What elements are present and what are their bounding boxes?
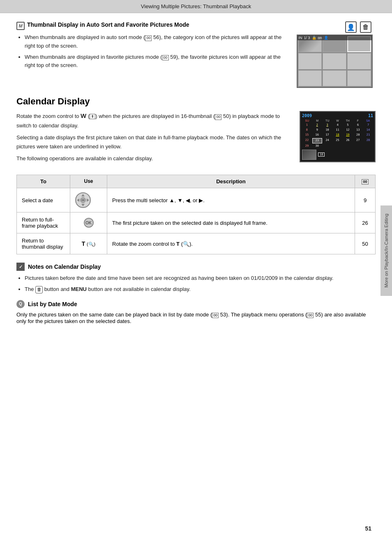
zoom-symbol: (🔍) <box>87 242 95 247</box>
cal-d23: 23 <box>312 138 322 143</box>
sidebar: More on Playback/In-Camera Editing <box>380 205 392 296</box>
thumb-bullet-list: When thumbnails are displayed in auto so… <box>16 33 285 70</box>
cal-d27: 27 <box>353 138 363 143</box>
arrow-down-icon <box>81 204 85 206</box>
table-header-desc: Description <box>107 175 355 188</box>
table-header-ref: 00 <box>355 175 376 188</box>
cal-year: 2009 <box>302 113 312 118</box>
cal-d1: 1 <box>302 123 312 127</box>
notes-bullet-2: The 🗑 button and MENU button are not ava… <box>25 285 376 294</box>
table-cell-to-1: Select a date <box>17 188 70 212</box>
ok-label: OK <box>81 199 85 201</box>
arrow-up-icon <box>81 194 85 196</box>
thumb-cell-5 <box>323 53 346 69</box>
list-date-title-text: List by Date Mode <box>28 301 77 307</box>
cal-d17: 17 <box>323 133 332 137</box>
main-content: M Thumbnail Display in Auto Sort and Fav… <box>0 13 392 332</box>
ok-center-icon: OK <box>80 197 86 203</box>
screen-header: IN 1/ 3 🔒 on 👤 <box>297 35 372 40</box>
table-header-use: Use <box>70 175 107 188</box>
table-cell-desc-3: Rotate the zoom control to T (🔍). <box>107 233 355 254</box>
thumb-cell-7 <box>298 70 322 86</box>
header-bar: Viewing Multiple Pictures: Thumbnail Pla… <box>0 0 392 13</box>
notes-bullet-1: Pictures taken before the date and time … <box>25 274 376 283</box>
screen-on-text: on <box>318 36 322 40</box>
cal-header-row: 2009 11 <box>302 113 373 118</box>
trash-icon-box: 🗑 <box>360 21 371 33</box>
calendar-content: Rotate the zoom control to W (⇞) when th… <box>16 111 376 166</box>
calendar-title: Calendar Display <box>16 96 376 107</box>
cal-d28: 28 <box>363 138 373 143</box>
cal-d-e3 <box>343 144 353 148</box>
cal-thumbnail <box>302 150 316 160</box>
table-cell-use-2: OK <box>70 212 107 233</box>
cal-d2: 2 <box>312 123 322 127</box>
table-row-fullframe: Return to full-frame playback OK The fir… <box>17 212 376 233</box>
cal-thumb-row: 18 <box>302 150 373 160</box>
table-cell-ref-2: 26 <box>355 212 376 233</box>
arrow-left-icon <box>77 198 79 202</box>
cal-month: 11 <box>368 113 373 118</box>
cal-d19: 19 <box>343 133 353 137</box>
list-date-section: Q List by Date Mode Only the pictures ta… <box>16 300 376 325</box>
table-cell-ref-3: 50 <box>355 233 376 254</box>
calendar-para2: Selecting a date displays the first pict… <box>16 133 291 151</box>
cal-d5: 5 <box>343 123 353 127</box>
cal-d7: 7 <box>363 123 373 127</box>
cal-d9: 9 <box>312 128 322 132</box>
table-header-to: To <box>17 175 70 188</box>
cal-d11: 11 <box>333 128 343 132</box>
cal-d15: 15 <box>302 133 312 137</box>
table-cell-to-2: Return to full-frame playback <box>17 212 70 233</box>
thumb-section: M Thumbnail Display in Auto Sort and Fav… <box>16 21 376 88</box>
thumb-cell-9 <box>347 70 371 86</box>
cal-d-e5 <box>363 144 373 148</box>
table-cell-use-1: OK <box>70 188 107 212</box>
list-date-icon: Q <box>16 300 25 308</box>
ok-text: OK <box>85 221 92 225</box>
W-label: W <box>81 112 86 119</box>
calendar-para1: Rotate the zoom control to W (⇞) when th… <box>16 111 291 130</box>
checkmark-icon: ✓ <box>16 263 25 271</box>
cal-d26: 26 <box>343 138 353 143</box>
cal-d4: 4 <box>333 123 343 127</box>
memo-icon: M <box>16 22 25 30</box>
thumb-section-title: M Thumbnail Display in Auto Sort and Fav… <box>16 21 285 30</box>
cal-grid: 1 2 3 4 5 6 7 8 9 10 11 12 13 <box>302 123 373 148</box>
cal-d29: 29 <box>302 144 312 148</box>
header-title: Viewing Multiple Pictures: Thumbnail Pla… <box>141 3 251 9</box>
cal-d12: 12 <box>343 128 353 132</box>
cal-f: F <box>353 119 363 122</box>
list-date-title: Q List by Date Mode <box>16 300 376 308</box>
operations-table: To Use Description 00 Select a date <box>16 175 376 255</box>
table-cell-use-3: T (🔍) <box>70 233 107 254</box>
notes-title: ✓ Notes on Calendar Display <box>16 263 376 271</box>
screen-person-icon: 👤 <box>324 36 328 40</box>
cal-d30: 30 <box>312 144 322 148</box>
cal-d13: 13 <box>353 128 363 132</box>
cal-su: SU <box>302 119 312 122</box>
cal-d16: 16 <box>312 133 322 137</box>
T-symbol: T <box>82 240 85 247</box>
cal-w: W <box>332 119 343 122</box>
cal-d21: 21 <box>363 133 373 137</box>
multi-selector-icon: OK <box>75 192 91 208</box>
cal-d8: 8 <box>302 128 312 132</box>
thumb-cell-6 <box>347 53 371 69</box>
thumb-cell-8 <box>323 70 346 86</box>
calendar-text: Rotate the zoom control to W (⇞) when th… <box>16 111 291 166</box>
thumb-bullet-2: When thumbnails are displayed in favorit… <box>25 53 285 70</box>
cal-th: TH <box>343 119 353 122</box>
screen-counter-in: IN <box>299 36 302 40</box>
table-cell-ref-1: 9 <box>355 188 376 212</box>
table-cell-to-3: Return to thumbnail display <box>17 233 70 254</box>
cal-tu: TU <box>322 119 332 122</box>
person-icon-box: 👤 <box>345 21 357 33</box>
table-row-select-date: Select a date OK Press the m <box>17 188 376 212</box>
cal-d18: 18 <box>333 133 343 137</box>
cal-frame-number: 18 <box>318 152 325 157</box>
cal-d22: 22 <box>302 138 312 143</box>
thumb-cell-4 <box>298 53 322 69</box>
cal-d25: 25 <box>333 138 343 143</box>
cal-preview: 2009 11 SU M TU W TH F SA <box>300 111 376 166</box>
